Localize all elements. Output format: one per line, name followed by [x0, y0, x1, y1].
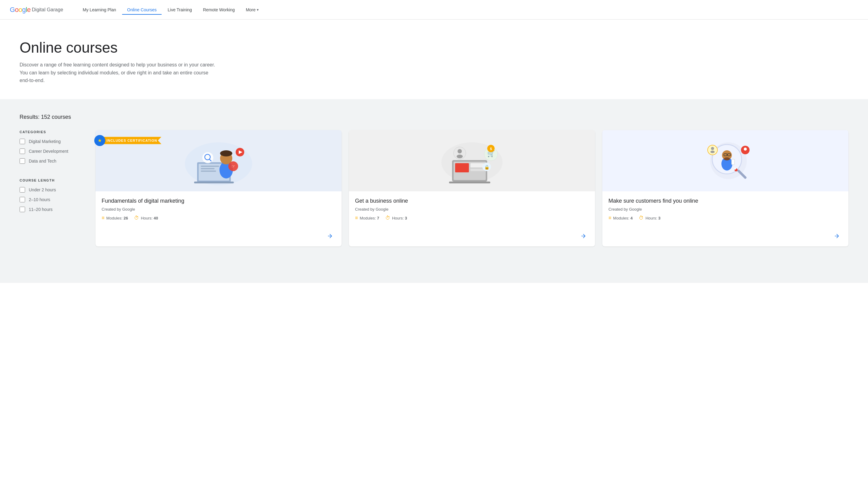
nav-item-more[interactable]: More ▾ — [241, 5, 264, 15]
svg-point-46 — [744, 148, 747, 151]
card-image-2: 🛒 $ 🔒 — [349, 130, 595, 191]
main-layout: CATEGORIES Digital Marketing Career Deve… — [20, 130, 848, 246]
illustration-business-online: 🛒 $ 🔒 — [432, 136, 512, 185]
content-area: Results: 152 courses CATEGORIES Digital … — [0, 99, 868, 283]
course-length-section: COURSE LENGTH Under 2 hours 2–10 hours 1… — [20, 179, 81, 212]
modules-count-1: Modules: 26 — [106, 216, 128, 220]
svg-text:$: $ — [490, 147, 492, 151]
length-label-2-10: 2–10 hours — [29, 197, 50, 202]
sidebar: CATEGORIES Digital Marketing Career Deve… — [20, 130, 81, 246]
hours-count-3: Hours: 3 — [646, 216, 660, 220]
svg-rect-6 — [201, 168, 215, 169]
illustration-customers-find-you — [686, 136, 765, 185]
category-label-career-development: Career Development — [29, 149, 68, 154]
card-body-3: Make sure customers find you online Crea… — [602, 191, 848, 231]
illustration-fundamentals: ☞ — [179, 136, 258, 185]
categories-section: CATEGORIES Digital Marketing Career Deve… — [20, 130, 81, 164]
svg-rect-25 — [449, 182, 490, 183]
svg-point-12 — [202, 152, 213, 163]
results-header: Results: 152 courses — [20, 114, 848, 120]
svg-text:☞: ☞ — [231, 164, 235, 169]
nav-link-remote-working[interactable]: Remote Working — [198, 5, 240, 15]
clock-icon-3: ⏱ — [639, 215, 644, 221]
nav-item-remote-working[interactable]: Remote Working — [198, 5, 240, 15]
logo-link[interactable]: Google Digital Garage — [10, 6, 63, 14]
course-title-2: Get a business online — [355, 197, 589, 205]
checkbox-11-20-hours[interactable] — [20, 207, 25, 212]
logo-product-name: Digital Garage — [32, 7, 63, 12]
svg-point-49 — [711, 147, 714, 150]
course-arrow-button-2[interactable] — [578, 231, 589, 242]
page-title: Online courses — [20, 39, 256, 56]
category-label-data-and-tech: Data and Tech — [29, 159, 56, 163]
svg-point-52 — [734, 168, 736, 170]
nav-item-my-learning-plan[interactable]: My Learning Plan — [78, 5, 121, 15]
modules-meta-3: ≡ Modules: 4 — [609, 215, 633, 221]
card-image-1: INCLUDES CERTIFICATION — [95, 130, 342, 191]
svg-rect-22 — [455, 163, 469, 172]
course-card-get-business-online[interactable]: 🛒 $ 🔒 — [349, 130, 595, 246]
nav-item-online-courses[interactable]: Online Courses — [122, 5, 162, 15]
length-under-2[interactable]: Under 2 hours — [20, 187, 81, 192]
course-arrow-button-1[interactable] — [324, 231, 336, 242]
modules-icon-2: ≡ — [355, 215, 358, 221]
course-length-label: COURSE LENGTH — [20, 179, 81, 182]
svg-rect-44 — [732, 159, 735, 165]
checkbox-data-and-tech[interactable] — [20, 158, 25, 164]
nav-links: My Learning Plan Online Courses Live Tra… — [78, 5, 264, 15]
course-title-1: Fundamentals of digital marketing — [102, 197, 336, 205]
length-label-11-20: 11–20 hours — [29, 207, 53, 212]
cert-star-icon — [94, 135, 105, 146]
modules-count-2: Modules: 7 — [360, 216, 379, 220]
arrow-right-icon-1 — [327, 233, 333, 239]
checkbox-digital-marketing[interactable] — [20, 139, 25, 144]
svg-rect-5 — [201, 165, 219, 167]
svg-text:🔒: 🔒 — [484, 165, 490, 170]
category-career-development[interactable]: Career Development — [20, 149, 81, 154]
categories-label: CATEGORIES — [20, 130, 81, 134]
svg-point-40 — [724, 157, 730, 160]
svg-point-32 — [457, 155, 463, 158]
star-icon — [97, 138, 103, 144]
page-description: Discover a range of free learning conten… — [20, 61, 215, 85]
logo-text: Google — [10, 6, 31, 14]
svg-rect-24 — [470, 169, 484, 171]
modules-icon-3: ≡ — [609, 215, 611, 221]
card-illustration-2: 🛒 $ 🔒 — [349, 130, 595, 191]
hours-count-1: Hours: 40 — [141, 216, 158, 220]
svg-rect-8 — [194, 182, 234, 183]
nav-link-live-training[interactable]: Live Training — [163, 5, 197, 15]
nav-link-my-learning-plan[interactable]: My Learning Plan — [78, 5, 121, 15]
modules-count-3: Modules: 4 — [613, 216, 633, 220]
svg-point-31 — [458, 149, 462, 153]
course-creator-3: Created by Google — [609, 207, 842, 212]
svg-rect-23 — [470, 163, 484, 167]
card-arrow-2 — [349, 231, 595, 246]
course-card-fundamentals-digital-marketing[interactable]: INCLUDES CERTIFICATION — [95, 130, 342, 246]
card-arrow-1 — [95, 231, 342, 246]
checkbox-2-10-hours[interactable] — [20, 197, 25, 202]
card-body-2: Get a business online Created by Google … — [349, 191, 595, 231]
hero-section: Online courses Discover a range of free … — [0, 20, 275, 99]
nav-item-live-training[interactable]: Live Training — [163, 5, 197, 15]
svg-point-11 — [220, 150, 232, 156]
modules-meta-1: ≡ Modules: 26 — [102, 215, 128, 221]
nav-button-more[interactable]: More ▾ — [241, 5, 264, 15]
length-2-10[interactable]: 2–10 hours — [20, 197, 81, 202]
cert-label-text: INCLUDES CERTIFICATION — [103, 137, 161, 144]
category-digital-marketing[interactable]: Digital Marketing — [20, 139, 81, 144]
courses-grid: INCLUDES CERTIFICATION — [95, 130, 848, 246]
clock-icon-1: ⏱ — [134, 215, 139, 221]
course-arrow-button-3[interactable] — [831, 231, 842, 242]
checkbox-career-development[interactable] — [20, 149, 25, 154]
category-label-digital-marketing: Digital Marketing — [29, 139, 61, 144]
checkbox-under-2-hours[interactable] — [20, 187, 25, 192]
hours-meta-1: ⏱ Hours: 40 — [134, 215, 158, 221]
length-11-20[interactable]: 11–20 hours — [20, 207, 81, 212]
nav-link-online-courses[interactable]: Online Courses — [122, 5, 162, 15]
category-data-and-tech[interactable]: Data and Tech — [20, 158, 81, 164]
course-card-make-customers-find-you[interactable]: Make sure customers find you online Crea… — [602, 130, 848, 246]
arrow-right-icon-2 — [580, 233, 586, 239]
card-image-3 — [602, 130, 848, 191]
hours-meta-3: ⏱ Hours: 3 — [639, 215, 660, 221]
